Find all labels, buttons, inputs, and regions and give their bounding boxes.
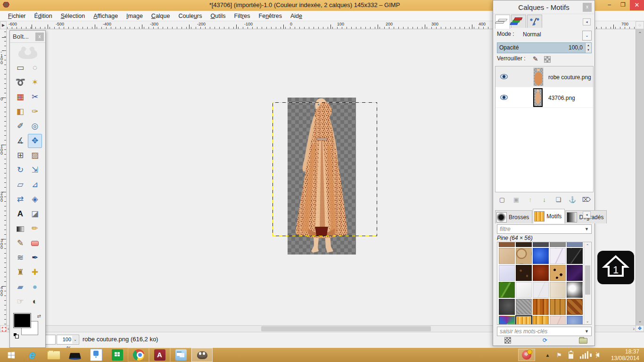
- taskbar-app-gimp[interactable]: [191, 348, 213, 362]
- pattern-cream-marble[interactable]: [550, 282, 566, 298]
- show-hidden-icons[interactable]: ▲: [545, 353, 550, 358]
- scroll-down-arrow[interactable]: ⌄: [636, 318, 644, 323]
- taskbar-app-laptop-settings[interactable]: [64, 348, 85, 362]
- mode-dropdown[interactable]: ⌄: [582, 31, 592, 41]
- tool-perspective[interactable]: ⊿: [28, 178, 42, 192]
- tab-paths[interactable]: [527, 15, 542, 28]
- swap-colors-icon[interactable]: ⇄: [37, 313, 41, 319]
- pattern-scratched-metal[interactable]: [516, 299, 532, 315]
- pattern-paper-tan[interactable]: [499, 248, 515, 264]
- layer-row[interactable]: 43706.png: [495, 87, 593, 108]
- maximize-button[interactable]: ❐: [616, 0, 630, 10]
- tool-heal[interactable]: ✚: [28, 265, 42, 280]
- image-view[interactable]: [288, 98, 356, 255]
- tool-scissors-select[interactable]: ✂: [28, 90, 42, 104]
- pattern-denim[interactable]: [567, 242, 583, 247]
- pattern-white-marble[interactable]: [533, 282, 549, 298]
- tool-zoom[interactable]: ◎: [28, 119, 42, 133]
- pattern-pink-marble[interactable]: [550, 316, 566, 325]
- keywords-combobox[interactable]: saisir les mots-clés ▼: [497, 327, 592, 336]
- scroll-left-arrow[interactable]: ‹: [8, 326, 9, 332]
- menu-affichage[interactable]: Affichage: [89, 12, 122, 20]
- pattern-leopard[interactable]: [550, 265, 566, 281]
- refresh-patterns-button[interactable]: ⟳: [539, 337, 551, 345]
- delete-layer-button[interactable]: ⌦: [580, 195, 593, 205]
- pattern-stone-gray[interactable]: [550, 242, 566, 247]
- tool-blur-sharpen[interactable]: ●: [28, 280, 42, 294]
- pattern-pine-large[interactable]: [533, 316, 549, 325]
- tool-smudge[interactable]: ☞: [13, 295, 27, 309]
- menu-image[interactable]: Image: [122, 12, 147, 20]
- layers-dock-window[interactable]: Calques - Motifs x ◂ Mode : Normal ⌄ Opa…: [493, 0, 595, 346]
- open-pattern-button[interactable]: [504, 337, 511, 344]
- tool-perspective-clone[interactable]: ▰: [13, 280, 27, 294]
- tool-text[interactable]: A: [13, 207, 27, 221]
- opacity-slider[interactable]: Opacité 100,0 ▲▼: [497, 42, 592, 53]
- taskbar-app-internet-explorer[interactable]: [22, 348, 43, 362]
- menu-outils[interactable]: Outils: [206, 12, 230, 20]
- duplicate-layer-button[interactable]: ❏: [552, 195, 564, 205]
- tool-rotate[interactable]: ↻: [13, 163, 27, 177]
- minimize-button[interactable]: –: [603, 0, 616, 10]
- pattern-parquet[interactable]: [567, 299, 583, 315]
- tab-layers[interactable]: [495, 15, 510, 29]
- menu-couleurs[interactable]: Couleurs: [174, 12, 206, 20]
- scroll-up-arrow[interactable]: ⌃: [584, 244, 591, 248]
- tab-channels[interactable]: [511, 15, 526, 28]
- pattern-red-leather[interactable]: [533, 265, 549, 281]
- tool-ink[interactable]: ✒: [28, 251, 42, 265]
- new-layer-button[interactable]: ▢: [496, 195, 508, 205]
- taskbar-app-intel-appup[interactable]: [85, 348, 107, 362]
- menu-aide[interactable]: Aide: [286, 12, 306, 20]
- tool-paintbrush[interactable]: ✎: [13, 236, 27, 250]
- menu-selection[interactable]: Sélection: [57, 12, 89, 20]
- toolbox-close-button[interactable]: x: [35, 33, 44, 41]
- tool-airbrush[interactable]: ≋: [13, 251, 27, 265]
- pattern-cracked-earth[interactable]: [516, 248, 532, 264]
- tool-select-by-color[interactable]: ▦: [13, 90, 27, 104]
- network-signal-icon[interactable]: [580, 351, 589, 359]
- resource-tab-menu-button[interactable]: ◂: [583, 211, 591, 218]
- toolbox-window[interactable]: Boît... x ▭◌➰✶▦✂◧✑✐◎∡✥⊞▨↻⇲▱⊿⇄◈A◪✏✎≋✒♜✚▰●…: [9, 30, 46, 348]
- tool-pencil[interactable]: ✏: [28, 222, 42, 236]
- tab-brosses[interactable]: Brosses: [495, 210, 532, 223]
- tool-crop[interactable]: ▨: [28, 148, 42, 163]
- taskbar-app-chrome[interactable]: [128, 348, 149, 362]
- taskbar-clock[interactable]: 18:37 13/08/2014: [605, 348, 639, 362]
- menu-filtres[interactable]: Filtres: [230, 12, 255, 20]
- anchor-layer-button[interactable]: ⚓: [566, 195, 578, 205]
- patterns-scroll-thumb[interactable]: [585, 265, 590, 295]
- pattern-dark-smoke[interactable]: [499, 299, 515, 315]
- scroll-right-arrow[interactable]: ›: [633, 326, 635, 332]
- start-button[interactable]: [0, 348, 22, 362]
- opacity-spinner[interactable]: ▲▼: [585, 43, 591, 53]
- pattern-pine[interactable]: [515, 315, 532, 325]
- dock-title[interactable]: Calques - Motifs: [493, 0, 594, 14]
- zoom-combobox[interactable]: 100 % ⌄: [57, 335, 79, 345]
- tool-measure[interactable]: ∡: [13, 134, 27, 148]
- pattern-slate[interactable]: [533, 242, 549, 247]
- tool-rectangle-select[interactable]: ▭: [13, 61, 27, 75]
- tab-motifs[interactable]: Motifs: [533, 209, 565, 223]
- battery-icon[interactable]: [569, 352, 573, 359]
- pattern-soft-blur[interactable]: [567, 282, 583, 298]
- menu-calque[interactable]: Calque: [147, 12, 174, 20]
- navigation-pan-button[interactable]: ✥: [636, 325, 644, 332]
- volume-icon[interactable]: [595, 353, 599, 357]
- tool-free-select[interactable]: ➰: [13, 75, 27, 90]
- close-button[interactable]: ✕: [630, 0, 644, 10]
- taskbar-app-file-explorer[interactable]: [43, 348, 64, 362]
- pattern-purple-night[interactable]: [567, 265, 583, 281]
- pattern-wood-planks[interactable]: [550, 299, 566, 315]
- scroll-down-arrow[interactable]: ⌄: [584, 319, 591, 323]
- pattern-blue-marble[interactable]: [567, 316, 583, 325]
- visibility-eye-icon[interactable]: [500, 95, 508, 100]
- open-folder-button[interactable]: [579, 338, 587, 344]
- pattern-dark-bark[interactable]: [516, 242, 532, 247]
- layer-thumbnail[interactable]: [533, 88, 543, 107]
- new-layer-group-button[interactable]: ▣: [510, 195, 522, 205]
- tool-color-picker[interactable]: ✐: [13, 119, 27, 133]
- tool-eraser[interactable]: [28, 236, 42, 250]
- pattern-green-leaves[interactable]: [499, 282, 515, 298]
- layer-row[interactable]: robe couture.png: [495, 66, 593, 87]
